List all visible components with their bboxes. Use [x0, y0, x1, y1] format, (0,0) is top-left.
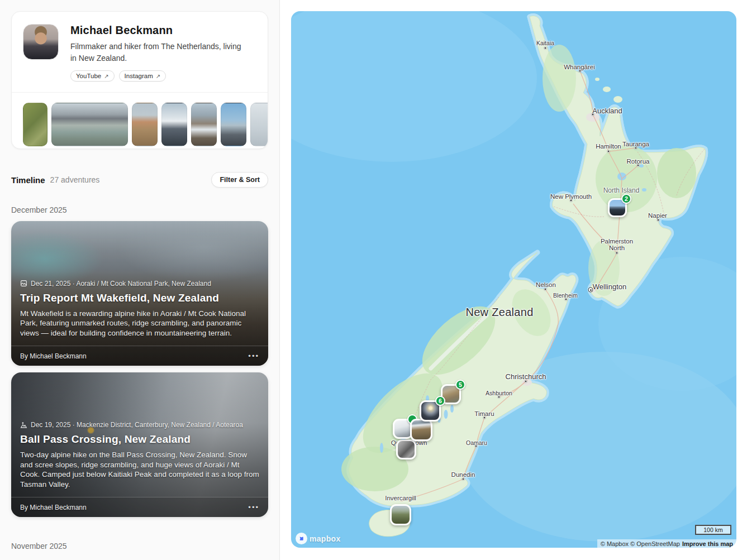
youtube-label: YouTube	[76, 73, 101, 79]
city-dot-auckland	[592, 113, 594, 116]
mountains-icon	[20, 422, 27, 429]
city-dot-palmerston-north	[616, 252, 618, 255]
city-dot-new-plymouth	[570, 199, 573, 202]
map-scale-bar: 100 km	[695, 525, 731, 535]
card-byline: By Michael Beckmann	[20, 504, 87, 511]
mapbox-logo[interactable]: mapbox	[296, 533, 340, 544]
map-attribution: © Mapbox © OpenStreetMap Improve this ma…	[597, 539, 736, 548]
more-options-icon[interactable]: •••	[248, 352, 259, 360]
city-dot-hamilton	[607, 150, 610, 153]
map-photo-marker[interactable]	[396, 439, 416, 460]
sidebar: Michael Beckmann Filmmaker and hiker fro…	[0, 0, 280, 560]
more-options-icon[interactable]: •••	[248, 503, 259, 511]
capital-icon	[588, 288, 593, 293]
marker-photo	[410, 419, 432, 441]
adventure-card-ball-pass[interactable]: Dec 19, 2025 · Mackenzie District, Cante…	[11, 372, 268, 517]
card-meta: Dec 21, 2025 · Aoraki / Mt Cook National…	[20, 280, 259, 288]
profile-name: Michael Beckmann	[70, 24, 256, 37]
profile-bio: Filmmaker and hiker from The Netherlands…	[70, 41, 249, 64]
city-dot-whang-rei	[579, 70, 582, 73]
city-dot-nelson	[544, 288, 547, 291]
city-dot-tauranga	[635, 147, 637, 150]
map-photo-marker[interactable]: 2	[608, 198, 627, 217]
card-title: Trip Report Mt Wakefield, New Zealand	[20, 292, 259, 304]
gallery-photo[interactable]	[221, 103, 246, 146]
marker-photo	[396, 439, 416, 460]
card-description: Two-day alpine hike on the Ball Pass Cro…	[20, 450, 259, 489]
timeline-heading: Timeline	[11, 175, 45, 185]
adventure-card-mt-wakefield[interactable]: Dec 21, 2025 · Aoraki / Mt Cook National…	[11, 221, 268, 366]
photo-icon	[20, 280, 27, 287]
map-terrain	[291, 11, 736, 548]
map-canvas[interactable]: KaitaiaWhangāreiAucklandHamiltonTauranga…	[291, 11, 736, 548]
instagram-label: Instagram	[125, 73, 153, 79]
gallery-photo[interactable]	[51, 103, 128, 146]
city-dot-ashburton	[498, 396, 501, 399]
card-meta: Dec 19, 2025 · Mackenzie District, Cante…	[20, 421, 259, 429]
adventure-count: 27 adventures	[50, 175, 100, 184]
marker-count-badge: 2	[621, 194, 631, 204]
attribution-text: © Mapbox © OpenStreetMap	[601, 540, 680, 547]
card-description: Mt Wakefield is a rewarding alpine hike …	[20, 309, 259, 338]
mapbox-pin-icon	[296, 533, 307, 544]
improve-map-link[interactable]: Improve this map	[682, 540, 733, 547]
external-link-icon: ↗	[156, 73, 160, 79]
city-dot-blenheim	[565, 298, 568, 301]
mapbox-wordmark: mapbox	[310, 534, 340, 543]
city-dot-napier	[657, 219, 660, 222]
marker-count-badge: 6	[435, 396, 445, 406]
instagram-link-button[interactable]: Instagram ↗	[119, 70, 166, 82]
city-dot-oamaru	[475, 445, 478, 448]
gallery-photo[interactable]	[132, 103, 158, 146]
marker-count-badge: 5	[455, 380, 465, 390]
map-photo-marker[interactable]	[410, 419, 432, 441]
marker-photo	[390, 504, 411, 525]
card-byline: By Michael Beckmann	[20, 352, 87, 360]
city-dot-dunedin	[462, 478, 465, 481]
youtube-link-button[interactable]: YouTube ↗	[70, 70, 115, 82]
external-link-icon: ↗	[104, 73, 108, 79]
gallery-photo[interactable]	[23, 103, 47, 146]
month-header-november: November 2025	[11, 542, 268, 551]
gallery-photo[interactable]	[161, 103, 187, 146]
month-header-december: December 2025	[11, 205, 268, 214]
map-photo-marker[interactable]	[390, 504, 411, 525]
gallery-photo[interactable]	[250, 103, 268, 146]
city-dot-christchurch	[525, 380, 527, 383]
card-title: Ball Pass Crossing, New Zealand	[20, 433, 259, 446]
city-dot-timaru	[483, 417, 486, 419]
city-dot-rotorua	[637, 164, 640, 167]
profile-gallery	[12, 93, 268, 146]
city-dot-kaitaia	[544, 47, 547, 50]
filter-sort-button[interactable]: Filter & Sort	[211, 172, 268, 188]
profile-card: Michael Beckmann Filmmaker and hiker fro…	[11, 11, 268, 149]
gallery-photo[interactable]	[191, 103, 217, 146]
avatar	[23, 24, 59, 60]
map-photo-marker[interactable]: 6	[420, 400, 441, 422]
